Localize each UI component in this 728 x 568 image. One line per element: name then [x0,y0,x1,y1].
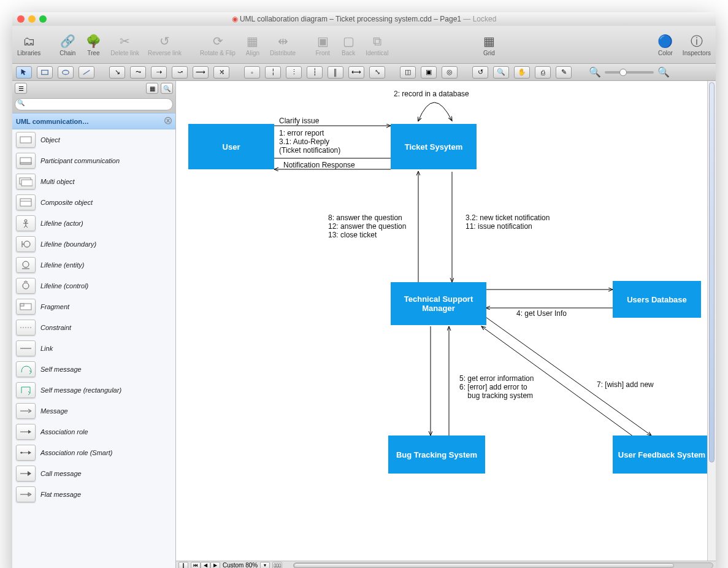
shape-item[interactable]: Object [12,129,175,150]
delete-link-button[interactable]: ✂Delete link [110,33,139,56]
back-button[interactable]: ▢Back [340,33,357,56]
shape-label: Constraint [40,324,71,331]
shape-thumb [16,424,36,440]
zoom-in-icon[interactable]: 🔍 [657,66,670,78]
shape-item[interactable]: Lifeline (control) [12,275,175,296]
grid-button[interactable]: ▦Grid [480,33,497,56]
library-close-icon[interactable]: ⓧ [164,116,172,126]
connector-3[interactable]: ⇢ [151,66,167,79]
hs-first[interactable]: ⏮ [191,562,201,569]
zoom-thumb[interactable] [619,69,627,76]
shape-item[interactable]: Message [12,401,175,421]
shape-item[interactable]: Multi object [12,171,175,192]
group-2[interactable]: ▣ [421,66,437,79]
zoom-slider[interactable]: 🔍 🔍 [589,66,670,78]
sidebar-search-btn[interactable]: 🔍 [161,83,173,94]
vertical-scrollbar[interactable] [707,81,716,561]
ellipse-tool[interactable] [58,66,74,79]
shape-thumb [16,194,36,210]
pan-tool[interactable]: ✋ [514,66,530,79]
node-user-feedback[interactable]: User Feedback System [613,436,711,474]
nav-2[interactable]: 🔍 [493,66,509,79]
rect-tool[interactable] [37,66,53,79]
distribute-button[interactable]: ⇹Distribute [270,33,296,56]
shape-label: Self message (rectangular) [40,386,121,394]
node-user[interactable]: User [188,124,274,169]
front-button[interactable]: ▣Front [314,33,331,56]
hs-next[interactable]: ▶ [210,562,220,569]
sidebar-view-btn[interactable]: ☰ [15,83,27,94]
shape-item[interactable]: Association role [12,421,175,442]
zoom-out-icon[interactable]: 🔍 [589,66,601,78]
shape-thumb [16,278,36,294]
scrollbar-grip[interactable] [709,82,715,462]
hs-prev[interactable]: ◀ [201,562,210,569]
shape-item[interactable]: Fragment [12,296,175,317]
shape-item[interactable]: Link [12,338,175,359]
hscroll-grip[interactable] [294,563,674,568]
shape-item[interactable]: Constraint [12,317,175,338]
conn-mode-6[interactable]: ⟷ [348,66,364,79]
conn-mode-5[interactable]: ║ [328,66,343,79]
page-thumbs[interactable]: ▯▯▯ [272,562,282,569]
color-button[interactable]: 🔵Color [657,33,674,56]
conn-mode-3[interactable]: ⋮ [286,66,302,79]
nav-1[interactable]: ↺ [472,66,488,79]
shape-item[interactable]: Composite object [12,192,175,213]
hscroll-track[interactable] [293,562,713,569]
line-tool[interactable] [79,66,94,79]
tree-button[interactable]: 🌳Tree [85,33,102,56]
pointer-tool[interactable] [16,66,32,79]
group-3[interactable]: ◎ [442,66,458,79]
connector-1[interactable]: ↘ [109,66,125,79]
group-1[interactable]: ◫ [400,66,416,79]
node-users-db[interactable]: Users Database [613,281,701,318]
inspectors-button[interactable]: ⓘInspectors [683,33,711,56]
rotate-flip-button[interactable]: ⟳Rotate & Flip [200,33,236,56]
window-title: ◉ UML collaboration diagram – Ticket pro… [12,15,716,23]
connector-6[interactable]: ⤨ [213,66,229,79]
shape-item[interactable]: Flat message [12,484,175,505]
shape-item[interactable]: Self message (rectangular) [12,380,175,401]
libraries-button[interactable]: 🗂Libraries [17,33,40,56]
title-locked: — Locked [463,15,496,23]
diagram-canvas[interactable]: User Ticket Sysytem Technical Support Ma… [176,81,716,561]
svg-line-14 [26,226,28,228]
conn-mode-4[interactable]: ┆ [307,66,323,79]
zoom-dropdown[interactable]: ▾ [260,562,270,569]
shape-item[interactable]: Association role (Smart) [12,442,175,463]
libraries-icon: 🗂 [20,33,37,50]
identical-button[interactable]: ⧉Identical [366,33,388,56]
connector-4[interactable]: ⤻ [172,66,188,79]
shape-item[interactable]: Self message [12,359,175,380]
align-icon: ▦ [244,33,261,50]
node-ticket-system[interactable]: Ticket Sysytem [391,124,477,169]
zoom-track[interactable] [605,71,654,74]
nav-5[interactable]: ✎ [556,66,572,79]
chain-button[interactable]: 🔗Chain [59,33,76,56]
sidebar-grid-btn[interactable]: ▦ [146,83,158,94]
connector-2[interactable]: ⤳ [130,66,146,79]
svg-rect-22 [20,304,24,306]
shape-item[interactable]: Lifeline (actor) [12,213,175,234]
hs-pause[interactable]: ‖ [178,562,188,569]
conn-mode-7[interactable]: ⤡ [369,66,385,79]
svg-point-15 [24,241,30,247]
search-input[interactable] [15,98,173,110]
shape-item[interactable]: Lifeline (boundary) [12,234,175,255]
conn-mode-2[interactable]: ╎ [265,66,281,79]
node-bug-tracking[interactable]: Bug Tracking System [388,436,485,474]
shape-item[interactable]: Lifeline (entity) [12,255,175,275]
conn-mode-1[interactable]: ◦ [244,66,260,79]
node-tsm[interactable]: Technical Support Manager [391,282,486,325]
shape-list[interactable]: ObjectParticipant communicationMulti obj… [12,129,175,568]
library-header[interactable]: UML communication… ⓧ [12,113,175,129]
shape-thumb [16,236,36,252]
shape-item[interactable]: Participant communication [12,150,175,171]
shape-item[interactable]: Call message [12,463,175,484]
nav-4[interactable]: ⎙ [535,66,551,79]
zoom-label[interactable]: Custom 80% [223,562,258,568]
reverse-link-button[interactable]: ↺Reverse link [148,33,182,56]
align-button[interactable]: ▦Align [244,33,261,56]
connector-5[interactable]: ⟿ [193,66,209,79]
